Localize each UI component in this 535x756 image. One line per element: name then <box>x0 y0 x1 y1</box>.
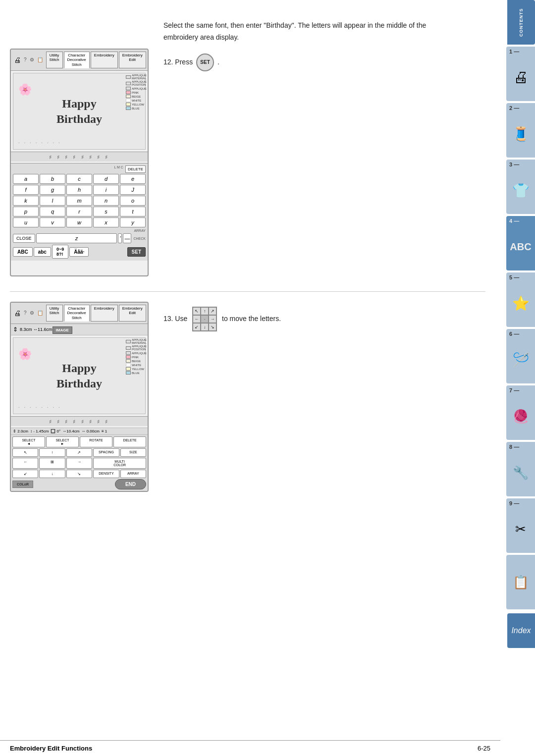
step-11-text: Select the same font, then enter "Birthd… <box>163 20 441 44</box>
move-down-left-button[interactable]: ↙ <box>12 470 38 478</box>
select-right-button[interactable]: SELECT► <box>46 436 79 447</box>
tab-7[interactable]: 7 — 🧶 <box>506 385 535 440</box>
nav-up: ↑ <box>201 307 209 315</box>
image-button[interactable]: IMAGE <box>53 326 72 334</box>
contents-tab[interactable]: CONTENTS <box>507 0 535 45</box>
key-q[interactable]: q <box>40 207 65 216</box>
key-abc-lower[interactable]: abc <box>34 247 51 257</box>
tab-6[interactable]: 6 — 🪡 <box>506 329 535 383</box>
key-t[interactable]: t <box>120 207 146 216</box>
delete-button[interactable]: DELETE <box>125 165 146 173</box>
key-e[interactable]: e <box>120 174 146 184</box>
key-l[interactable]: l <box>40 196 65 206</box>
swatch2-applique <box>126 351 131 355</box>
key-i[interactable]: i <box>93 185 119 195</box>
color2-blue: BLUE <box>126 371 147 375</box>
select-left-button[interactable]: SELECT◄ <box>12 436 45 447</box>
tab-5[interactable]: 5 — ⭐ <box>506 272 535 327</box>
key-s[interactable]: s <box>93 207 119 216</box>
move-down-right-button[interactable]: ↘ <box>66 470 92 478</box>
swatch-blue <box>126 107 131 110</box>
key-z[interactable]: z <box>36 233 117 243</box>
key-f[interactable]: f <box>13 185 39 195</box>
tab-3-number: 3 — <box>509 162 519 167</box>
key-c[interactable]: c <box>66 174 92 184</box>
tab-5-icon: ⭐ <box>512 295 530 312</box>
tab-notes[interactable]: 📋 <box>506 555 535 609</box>
key-x[interactable]: x <box>93 217 119 227</box>
nav-down-left: ↙ <box>193 323 201 331</box>
key-p[interactable]: p <box>13 207 39 216</box>
key-g[interactable]: g <box>40 185 65 195</box>
flower-decoration-2: 🌸 <box>18 348 32 361</box>
tab-9-number: 9 — <box>509 500 519 506</box>
key-r[interactable]: r <box>66 207 92 216</box>
measurements-row: ⇕ 2.0cm ↕ - 1.45cm 🔲 0° ↔10.4cm ↔ 0.00cm… <box>11 428 148 435</box>
key-y[interactable]: y <box>120 217 146 227</box>
move-up-button[interactable]: ↑ <box>39 448 65 457</box>
footer-title: Embroidery Edit Functions <box>10 745 92 752</box>
flower-decoration: 🌸 <box>18 83 32 96</box>
tab-3[interactable]: 3 — 👕 <box>506 160 535 214</box>
key-special-chars[interactable]: Äåä· <box>69 247 89 257</box>
key-dash[interactable]: — <box>123 233 131 243</box>
swatch-applique-position <box>126 82 131 85</box>
size-icon: ⇕ <box>13 326 18 333</box>
ctrl-row-5: COLoR END <box>12 479 146 489</box>
move-up-right-button[interactable]: ↗ <box>66 448 92 457</box>
header-icon-4: 📋 <box>37 57 43 62</box>
key-o[interactable]: o <box>120 196 146 206</box>
key-j[interactable]: J <box>120 185 146 195</box>
array-button-2[interactable]: ARRAY <box>120 470 146 478</box>
check-label: CHECK <box>133 237 146 240</box>
key-row-bottom: ABC abc 0~98?! Äåä· SET <box>13 245 146 259</box>
tab2-character: CharacterDecorativeStitch <box>64 305 90 322</box>
close-button[interactable]: CLOSE <box>13 234 35 243</box>
key-b[interactable]: b <box>40 174 65 184</box>
move-up-left-button[interactable]: ↖ <box>12 448 38 457</box>
set-button-keyboard[interactable]: SET <box>127 247 146 257</box>
key-a[interactable]: a <box>13 174 39 184</box>
end-button[interactable]: END <box>115 479 146 489</box>
key-w[interactable]: w <box>66 217 92 227</box>
swatch-beige <box>126 95 131 98</box>
density-button[interactable]: DENSITY <box>93 470 119 478</box>
center-button[interactable]: ⊞ <box>39 458 65 469</box>
color-icon-button[interactable]: COLoR <box>12 481 33 488</box>
tab-8-number: 8 — <box>509 444 519 450</box>
key-abc[interactable]: ABC <box>13 247 33 257</box>
delete-button-2[interactable]: DELETE <box>113 436 146 447</box>
tab-4-icon: ABC <box>510 241 531 253</box>
header-icon-1: 🖨 <box>14 56 21 64</box>
key-v[interactable]: v <box>40 217 65 227</box>
index-tab[interactable]: Index <box>507 613 535 648</box>
move-left-button[interactable]: ← <box>12 458 38 469</box>
tab-character: CharacterDecorativeStitch <box>64 52 90 69</box>
tab-1[interactable]: 1 — 🖨 <box>506 47 535 101</box>
key-k[interactable]: k <box>13 196 39 206</box>
tab-9[interactable]: 9 — ✂ <box>506 498 535 553</box>
key-d[interactable]: d <box>93 174 119 184</box>
tab-8[interactable]: 8 — 🔧 <box>506 442 535 496</box>
color-applique-material: APPLIQUEMATERIAL <box>126 74 147 80</box>
step-11-12-section: 🖨 ? ⚙ 📋 UtilityStitch CharacterDecorativ… <box>10 49 485 276</box>
key-m[interactable]: m <box>66 196 92 206</box>
move-down-button[interactable]: ↓ <box>39 470 65 478</box>
rotate-button[interactable]: ROTATE <box>80 436 112 447</box>
multi-color-button[interactable]: MULTICOLOR <box>93 458 146 469</box>
key-n[interactable]: n <box>93 196 119 206</box>
key-h[interactable]: h <box>66 185 92 195</box>
spacing-button[interactable]: SPACING <box>93 448 119 457</box>
key-apostrophe[interactable]: ' <box>118 233 122 243</box>
header-icon-2: ? <box>24 57 27 62</box>
tab-7-icon: 🧶 <box>513 409 529 424</box>
step-12-text: 12. Press SET . <box>163 49 219 71</box>
key-numbers[interactable]: 0~98?! <box>52 245 68 259</box>
key-u[interactable]: u <box>13 217 39 227</box>
tab-3-icon: 👕 <box>512 182 530 199</box>
tab-2[interactable]: 2 — 🧵 <box>506 103 535 158</box>
move-right-button[interactable]: → <box>66 458 92 469</box>
color-yellow: YELLOW <box>126 103 147 106</box>
size-button[interactable]: SIZE <box>120 448 146 457</box>
tab-4[interactable]: 4 — ABC <box>506 216 535 270</box>
